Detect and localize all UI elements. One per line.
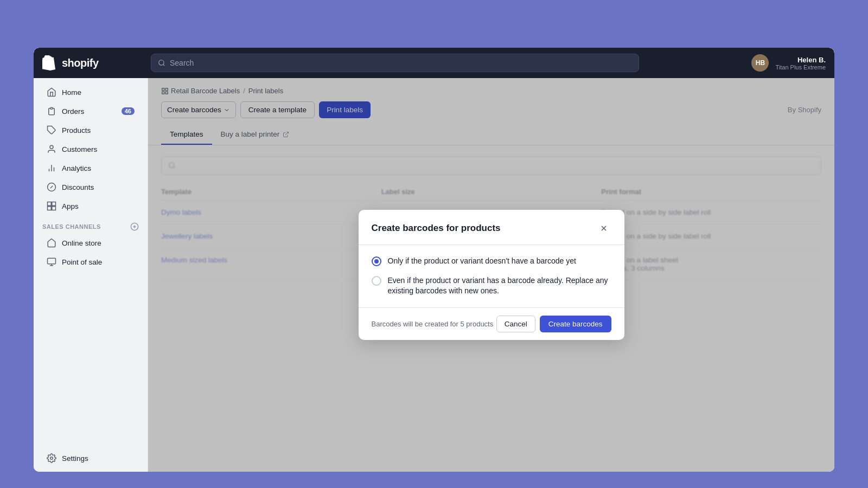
svg-rect-12 [52, 207, 56, 210]
sidebar: Home Orders 46 Products Customers Analyt… [34, 78, 148, 472]
sidebar-label-customers: Customers [62, 145, 97, 153]
analytics-icon [47, 163, 56, 173]
modal-info-text: Barcodes will be created for 5 products [372, 320, 494, 328]
sidebar-label-settings: Settings [62, 454, 88, 463]
radio-option-only-missing[interactable]: Only if the product or variant doesn't h… [372, 256, 611, 267]
svg-rect-10 [52, 202, 56, 206]
sidebar-label-analytics: Analytics [62, 164, 91, 172]
modal-close-button[interactable] [596, 221, 611, 236]
sidebar-item-products[interactable]: Products [38, 121, 143, 139]
avatar: HB [751, 54, 769, 72]
sidebar-label-pos: Point of sale [62, 258, 102, 266]
main-content: Retail Barcode Labels / Print labels Cre… [148, 78, 834, 472]
logo-text: shopify [62, 57, 99, 69]
modal-footer: Barcodes will be created for 5 products … [359, 307, 624, 340]
sidebar-label-home: Home [62, 88, 81, 97]
modal-title: Create barcodes for products [372, 223, 501, 234]
sidebar-label-apps: Apps [62, 202, 79, 210]
sidebar-item-discounts[interactable]: Discounts [38, 178, 143, 196]
sidebar-item-orders[interactable]: Orders 46 [38, 102, 143, 120]
sidebar-item-analytics[interactable]: Analytics [38, 159, 143, 177]
cancel-button[interactable]: Cancel [496, 316, 535, 332]
sidebar-label-products: Products [62, 126, 91, 134]
top-header: shopify Search HB Helen B. Titan Plus Ex… [34, 48, 834, 78]
sidebar-item-home[interactable]: Home [38, 83, 143, 101]
orders-icon [47, 106, 56, 116]
sidebar-item-settings[interactable]: Settings [38, 449, 143, 467]
modal: Create barcodes for products Only if the… [359, 210, 624, 340]
shopify-logo: shopify [42, 55, 151, 70]
search-placeholder: Search [170, 59, 194, 67]
svg-rect-1 [50, 107, 53, 109]
svg-line-8 [50, 186, 53, 189]
svg-point-0 [159, 60, 164, 65]
radio-label-replace: Even if the product or variant has a bar… [388, 275, 611, 297]
user-store: Titan Plus Extreme [775, 64, 826, 70]
add-channel-icon[interactable] [130, 222, 139, 231]
main-container: shopify Search HB Helen B. Titan Plus Ex… [34, 48, 834, 472]
svg-rect-16 [48, 258, 56, 264]
sidebar-item-online-store[interactable]: Online store [38, 234, 143, 252]
svg-rect-11 [48, 207, 52, 210]
header-right: HB Helen B. Titan Plus Extreme [751, 54, 826, 72]
search-icon [158, 59, 165, 67]
sidebar-item-apps[interactable]: Apps [38, 197, 143, 215]
modal-actions: Cancel Create barcodes [496, 316, 611, 332]
svg-rect-9 [48, 202, 52, 206]
apps-icon [47, 201, 56, 211]
modal-header: Create barcodes for products [359, 210, 624, 245]
radio-replace[interactable] [372, 276, 381, 286]
customers-icon [47, 144, 56, 154]
sales-channels-label: SALES CHANNELS [34, 216, 148, 233]
create-barcodes-confirm-button[interactable]: Create barcodes [540, 316, 611, 332]
modal-overlay: Create barcodes for products Only if the… [148, 78, 834, 472]
radio-option-replace[interactable]: Even if the product or variant has a bar… [372, 275, 611, 297]
orders-badge: 46 [122, 107, 135, 115]
discounts-icon [47, 182, 56, 192]
settings-icon [47, 453, 56, 463]
sidebar-item-point-of-sale[interactable]: Point of sale [38, 253, 143, 271]
products-icon [47, 125, 56, 135]
svg-point-3 [50, 145, 53, 149]
home-icon [47, 87, 56, 97]
user-name: Helen B. [775, 56, 826, 64]
radio-only-missing[interactable] [372, 256, 381, 266]
user-info: Helen B. Titan Plus Extreme [775, 56, 826, 70]
search-bar[interactable]: Search [151, 54, 639, 72]
sidebar-label-orders: Orders [62, 107, 84, 115]
radio-label-only-missing: Only if the product or variant doesn't h… [388, 256, 576, 267]
sidebar-label-online-store: Online store [62, 239, 101, 247]
modal-body: Only if the product or variant doesn't h… [359, 245, 624, 307]
svg-point-19 [50, 457, 53, 460]
sidebar-item-customers[interactable]: Customers [38, 140, 143, 158]
close-icon [599, 224, 608, 233]
sidebar-label-discounts: Discounts [62, 183, 94, 191]
pos-icon [47, 257, 56, 267]
store-icon [47, 238, 56, 248]
content-area: Home Orders 46 Products Customers Analyt… [34, 78, 834, 472]
